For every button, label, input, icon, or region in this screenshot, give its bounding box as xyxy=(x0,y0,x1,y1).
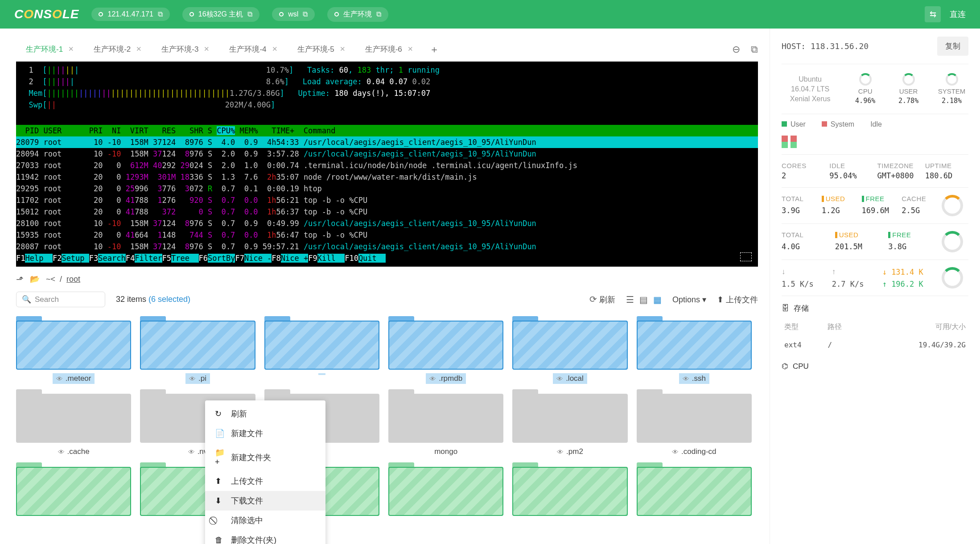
detach-icon[interactable]: ⧉ xyxy=(751,44,758,55)
view-detail-icon[interactable]: ▤ xyxy=(639,294,648,305)
process-row[interactable]: 11702 root 20 0 41788 1276 920 S 0.7 0.0… xyxy=(16,194,758,206)
file-item[interactable] xyxy=(388,462,503,521)
view-list-icon[interactable]: ☰ xyxy=(626,294,634,305)
terminal[interactable]: 1 [||||||| 10.7%] Tasks: 60, 183 thr; 1 … xyxy=(16,62,758,267)
menu-item[interactable]: 🗑删除文件(夹) xyxy=(205,530,325,544)
menu-item[interactable]: 📄新建文件 xyxy=(205,424,325,443)
menu-icon: ↻ xyxy=(215,409,225,419)
menu-icon: ⬇ xyxy=(215,496,225,506)
session-tabs: 生产环境-1✕ 生产环境-2✕ 生产环境-3✕ 生产环境-4✕ 生产环境-5✕ … xyxy=(16,40,758,59)
file-item[interactable]: 👁.pi xyxy=(140,316,255,384)
folder-icon xyxy=(388,316,503,370)
arrow-down-icon: ↓ xyxy=(882,268,887,276)
path-root[interactable]: root xyxy=(66,275,80,284)
close-icon[interactable]: ✕ xyxy=(340,45,346,53)
refresh-button[interactable]: ⟳ 刷新 xyxy=(589,294,615,305)
file-name: 👁.pm2 xyxy=(553,446,587,457)
menu-item[interactable]: 📁+新建文件夹 xyxy=(205,443,325,471)
hidden-icon: 👁 xyxy=(58,448,65,456)
item-count: 32 items (6 selected) xyxy=(116,295,190,304)
process-row[interactable]: 15012 root 20 0 41788 372 0 S 0.7 0.0 1h… xyxy=(16,206,758,218)
file-item[interactable] xyxy=(512,462,627,521)
breadcrumb-machine[interactable]: 16核32G 主机⧉ xyxy=(182,7,259,22)
folder-icon xyxy=(637,316,752,370)
file-item[interactable]: 👁.rpmdb xyxy=(388,316,503,384)
file-item[interactable]: 👁.coding-cd xyxy=(637,389,752,457)
process-row[interactable]: 27033 root 20 0 612M 40292 29024 S 2.0 1… xyxy=(16,160,758,171)
add-tab-button[interactable]: ＋ xyxy=(423,40,445,59)
up-icon[interactable]: ⬏ xyxy=(16,274,24,284)
breadcrumb-wsl[interactable]: wsl⧉ xyxy=(272,8,315,21)
close-icon[interactable]: ✕ xyxy=(136,45,142,53)
fullscreen-icon[interactable] xyxy=(740,252,752,261)
close-icon[interactable]: ✕ xyxy=(68,45,74,53)
process-row[interactable]: 28087 root 10 -10 158M 37124 8976 S 0.7 … xyxy=(16,241,758,252)
direct-connect-label[interactable]: 直连 xyxy=(950,9,966,20)
file-name xyxy=(691,519,698,521)
swap-info: TOTALUSEDFREE 4.0G201.5M3.8G xyxy=(782,224,968,260)
link-icon: ⧉ xyxy=(376,10,381,18)
link-icon: ⧉ xyxy=(247,10,252,18)
file-item[interactable]: 👁.ssh xyxy=(637,316,752,384)
file-item[interactable] xyxy=(264,316,379,384)
process-row[interactable]: 28100 root 10 -10 158M 37124 8976 S 0.7 … xyxy=(16,218,758,229)
options-dropdown[interactable]: Options ▾ xyxy=(672,295,706,305)
link-icon: ⧉ xyxy=(158,10,163,18)
status-dot-icon xyxy=(189,12,194,16)
file-name: 👁.pi xyxy=(185,373,210,384)
cpu-legend: User System Idle xyxy=(782,114,968,155)
upload-button[interactable]: ⬆ 上传文件 xyxy=(717,294,758,305)
folder-icon xyxy=(388,462,503,516)
chevron-down-icon: ▾ xyxy=(700,295,706,304)
close-icon[interactable]: ✕ xyxy=(204,45,210,53)
menu-item[interactable]: ↻刷新 xyxy=(205,404,325,424)
context-menu: ↻刷新📄新建文件📁+新建文件夹⬆上传文件⬇下载文件⃠清除选中🗑删除文件(夹) xyxy=(205,400,325,544)
folder-icon xyxy=(140,316,255,370)
chip-icon: ⌬ xyxy=(782,362,788,371)
breadcrumb-env[interactable]: 生产环境⧉ xyxy=(327,7,388,22)
database-icon: 🗄 xyxy=(782,304,789,313)
menu-item[interactable]: ⬆上传文件 xyxy=(205,471,325,491)
file-item[interactable]: 👁.meteor xyxy=(16,316,131,384)
hidden-icon: 👁 xyxy=(188,448,195,456)
tab-2[interactable]: 生产环境-2✕ xyxy=(84,41,152,59)
file-name: 👁.local xyxy=(553,373,587,384)
menu-icon: 📁+ xyxy=(215,448,225,467)
process-row[interactable]: 29295 root 20 0 25996 3776 3072 R 0.7 0.… xyxy=(16,183,758,194)
folder-icon xyxy=(264,316,379,370)
view-grid-icon[interactable]: ▦ xyxy=(653,294,662,305)
close-icon[interactable]: ✕ xyxy=(408,45,413,53)
close-icon[interactable]: ✕ xyxy=(272,45,278,53)
breadcrumb-host[interactable]: 121.41.47.171⧉ xyxy=(91,8,169,21)
os-name: Ubuntu 16.04.7 LTS Xenial Xerus xyxy=(782,74,839,104)
file-item[interactable] xyxy=(16,462,131,521)
menu-item[interactable]: ⃠清除选中 xyxy=(205,511,325,530)
tab-5[interactable]: 生产环境-5✕ xyxy=(288,41,355,59)
file-grid: 👁.meteor 👁.pi 👁.rpmdb 👁.local 👁.ssh 👁.ca… xyxy=(16,316,758,530)
process-row[interactable]: 15935 root 20 0 41664 1148 744 S 0.7 0.0… xyxy=(16,229,758,241)
hidden-icon: 👁 xyxy=(429,375,436,383)
swap-button[interactable]: ⇆ xyxy=(925,6,941,22)
table-row: ext4/19.4G/39.2G xyxy=(782,336,968,354)
tab-3[interactable]: 生产环境-3✕ xyxy=(152,41,219,59)
menu-item[interactable]: ⬇下载文件 xyxy=(205,491,325,511)
path-home[interactable]: ~< xyxy=(46,275,55,284)
file-item[interactable] xyxy=(637,462,752,521)
folder-icon xyxy=(16,462,131,516)
copy-button[interactable]: 复制 xyxy=(937,37,968,56)
file-item[interactable]: mongo xyxy=(388,389,503,457)
network-info: ↓↑ ↓ 131.4 K 1.5 K/s2.7 K/s ↑ 196.2 K xyxy=(782,260,968,296)
folder-icon xyxy=(512,316,627,370)
file-item[interactable]: 👁.pm2 xyxy=(512,389,627,457)
folder-icon xyxy=(16,389,131,443)
search-input[interactable]: 🔍Search xyxy=(16,292,105,307)
process-row[interactable]: 28079 root 10 -10 158M 37124 8976 S 4.0 … xyxy=(16,136,758,148)
process-row[interactable]: 11942 root 20 0 1293M 301M 18336 S 1.3 7… xyxy=(16,171,758,183)
tab-4[interactable]: 生产环境-4✕ xyxy=(219,41,287,59)
process-row[interactable]: 28094 root 10 -10 158M 37124 8976 S 2.0 … xyxy=(16,148,758,160)
file-item[interactable]: 👁.local xyxy=(512,316,627,384)
tab-1[interactable]: 生产环境-1✕ xyxy=(16,41,84,59)
minimize-icon[interactable]: ⊖ xyxy=(732,44,740,55)
file-item[interactable]: 👁.cache xyxy=(16,389,131,457)
tab-6[interactable]: 生产环境-6✕ xyxy=(355,41,423,59)
